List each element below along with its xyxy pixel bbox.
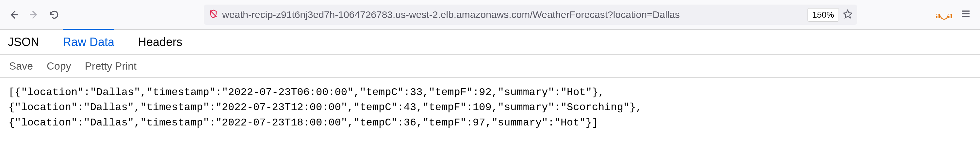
- shield-off-icon: [208, 9, 218, 21]
- zoom-badge[interactable]: 150%: [808, 8, 839, 22]
- address-bar[interactable]: weath-recip-z91t6nj3ed7h-1064726783.us-w…: [204, 5, 857, 25]
- toolbar-right-icons: a◡a: [935, 8, 974, 21]
- pretty-print-button[interactable]: Pretty Print: [85, 60, 137, 72]
- back-button[interactable]: [6, 7, 22, 22]
- extension-icon[interactable]: a◡a: [935, 9, 952, 21]
- hamburger-icon: [960, 8, 971, 19]
- copy-button[interactable]: Copy: [47, 60, 71, 72]
- json-viewer-action-bar: Save Copy Pretty Print: [0, 55, 980, 78]
- menu-button[interactable]: [960, 8, 971, 21]
- tab-json[interactable]: JSON: [8, 29, 39, 54]
- arrow-left-icon: [8, 9, 19, 20]
- tab-headers[interactable]: Headers: [138, 29, 182, 54]
- arrow-right-icon: [29, 9, 40, 20]
- save-button[interactable]: Save: [9, 60, 33, 72]
- browser-toolbar: weath-recip-z91t6nj3ed7h-1064726783.us-w…: [0, 0, 980, 30]
- tab-raw-data[interactable]: Raw Data: [63, 29, 115, 54]
- forward-button[interactable]: [26, 7, 42, 22]
- reload-button[interactable]: [46, 7, 62, 22]
- raw-json-content[interactable]: [{"location":"Dallas","timestamp":"2022-…: [0, 78, 980, 138]
- reload-icon: [49, 10, 59, 20]
- json-viewer-tabs: JSON Raw Data Headers: [0, 30, 980, 55]
- bookmark-star-icon[interactable]: [843, 9, 853, 21]
- url-text: weath-recip-z91t6nj3ed7h-1064726783.us-w…: [222, 9, 803, 20]
